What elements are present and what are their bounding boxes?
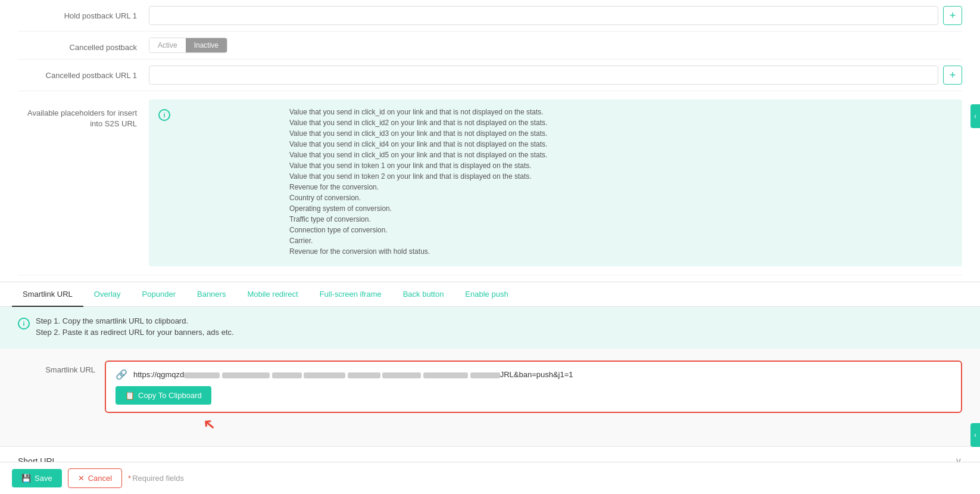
url-blur-4	[304, 372, 345, 378]
toggle-active-button[interactable]: Active	[149, 38, 186, 52]
placeholder-key	[176, 247, 277, 256]
cancelled-postback-control: Active Inactive	[149, 38, 962, 53]
cancel-icon: ✕	[78, 474, 85, 483]
placeholder-key	[176, 226, 277, 234]
cancelled-postback-toggle: Active Inactive	[149, 38, 227, 53]
url-start: https://qgmqzd	[133, 370, 184, 379]
url-blur-1	[184, 372, 220, 378]
placeholder-row: Value that you send in click_id2 on your…	[176, 119, 953, 127]
smartlink-label: Smartlink URL	[18, 361, 95, 374]
tab-mobile-redirect[interactable]: Mobile redirect	[236, 282, 308, 307]
placeholder-row: Carrier.	[176, 237, 953, 245]
placeholder-value: Operating system of conversion.	[289, 204, 392, 213]
placeholder-row: Revenue for the conversion with hold sta…	[176, 247, 953, 256]
placeholder-value: Value that you send in token 2 on your l…	[289, 172, 532, 181]
arrow-container: ➜	[18, 413, 962, 434]
smartlink-content: 🔗 https://qgmqzd JRL&ban=push&j1=1 📋 Cop…	[105, 361, 962, 413]
placeholder-key	[176, 172, 277, 181]
placeholder-value: Revenue for the conversion.	[289, 183, 379, 191]
hold-postback-add-button[interactable]: +	[943, 6, 962, 25]
placeholder-row: Revenue for the conversion.	[176, 183, 953, 191]
tabs-bar: Smartlink URLOverlayPopunderBannersMobil…	[0, 282, 980, 307]
install-guide-content: Step 1. Copy the smartlink URL to clipbo…	[36, 316, 234, 339]
placeholder-key	[176, 215, 277, 223]
copy-to-clipboard-button[interactable]: 📋 Copy To Clipboard	[116, 386, 211, 405]
url-blur-3	[272, 372, 302, 378]
form-section: Hold postback URL 1 + Cancelled postback…	[0, 0, 980, 275]
cancelled-postback-add-button[interactable]: +	[943, 66, 962, 85]
hold-postback-row: Hold postback URL 1 +	[18, 0, 962, 32]
placeholder-value: Value that you send in click_id5 on your…	[289, 151, 547, 159]
placeholder-value: Value that you send in click_id2 on your…	[289, 119, 547, 127]
placeholder-row: Value that you send in token 2 on your l…	[176, 172, 953, 181]
tab-back-button[interactable]: Back button	[392, 282, 455, 307]
placeholder-key	[176, 204, 277, 213]
save-icon: 💾	[21, 474, 31, 483]
placeholder-key	[176, 108, 277, 116]
side-collapse-top[interactable]: ‹	[970, 104, 980, 128]
url-blur-7	[423, 372, 468, 378]
smartlink-url-text: https://qgmqzd JRL&ban=push&j1=1	[133, 370, 573, 379]
url-blur-8	[470, 372, 500, 378]
placeholder-row: Operating system of conversion.	[176, 204, 953, 213]
tabs-section: Smartlink URLOverlayPopunderBannersMobil…	[0, 281, 980, 307]
placeholders-row: Available placeholders for insert into S…	[18, 91, 962, 275]
bottom-bar: 💾 Save ✕ Cancel *Required fields	[0, 462, 980, 494]
side-collapse-bottom[interactable]: ‹	[970, 423, 980, 447]
tab-banners[interactable]: Banners	[186, 282, 236, 307]
placeholder-key	[176, 140, 277, 148]
placeholder-value: Country of conversion.	[289, 194, 361, 202]
placeholders-control: i Value that you send in click_id on you…	[149, 100, 962, 266]
placeholder-key	[176, 161, 277, 170]
save-button[interactable]: 💾 Save	[12, 469, 62, 487]
placeholder-key	[176, 119, 277, 127]
install-info-icon: i	[18, 318, 30, 330]
placeholder-row: Value that you send in click_id4 on your…	[176, 140, 953, 148]
cancelled-postback-url-label: Cancelled postback URL 1	[18, 66, 149, 81]
placeholder-row: Traffic type of conversion.	[176, 215, 953, 223]
placeholders-label: Available placeholders for insert into S…	[18, 100, 149, 129]
smartlink-section: Smartlink URL 🔗 https://qgmqzd JRL&ban=p…	[0, 349, 980, 446]
link-icon: 🔗	[116, 369, 127, 380]
toggle-inactive-button[interactable]: Inactive	[186, 38, 227, 52]
placeholder-value: Value that you send in click_id3 on your…	[289, 129, 547, 138]
tab-smartlink-url[interactable]: Smartlink URL	[12, 282, 83, 307]
page-wrapper: Hold postback URL 1 + Cancelled postback…	[0, 0, 980, 494]
placeholder-value: Carrier.	[289, 237, 313, 245]
tab-full-screen-iframe[interactable]: Full-screen iframe	[309, 282, 392, 307]
cancelled-postback-url-input[interactable]	[149, 66, 938, 85]
install-step2: Step 2. Paste it as redirect URL for you…	[36, 328, 234, 337]
cancelled-postback-url-control: +	[149, 66, 962, 85]
placeholder-row: Value that you send in click_id3 on your…	[176, 129, 953, 138]
placeholder-key	[176, 151, 277, 159]
hold-postback-control: +	[149, 6, 962, 25]
copy-icon: 📋	[125, 391, 135, 400]
red-arrow: ➜	[198, 414, 220, 436]
cancel-button[interactable]: ✕ Cancel	[68, 468, 122, 488]
tab-enable-push[interactable]: Enable push	[454, 282, 519, 307]
placeholder-value: Value that you send in token 1 on your l…	[289, 161, 532, 170]
placeholder-key	[176, 194, 277, 202]
info-icon: i	[158, 109, 170, 121]
cancelled-postback-url-row: Cancelled postback URL 1 +	[18, 60, 962, 91]
placeholder-value: Traffic type of conversion.	[289, 215, 371, 223]
placeholders-box: i Value that you send in click_id on you…	[149, 100, 962, 266]
copy-label: Copy To Clipboard	[138, 391, 202, 400]
placeholder-value: Connection type of conversion.	[289, 226, 388, 234]
url-blur-5	[348, 372, 380, 378]
placeholder-row: Value that you send in click_id on your …	[176, 108, 953, 116]
placeholder-key	[176, 237, 277, 245]
placeholder-row: Value that you send in token 1 on your l…	[176, 161, 953, 170]
placeholder-key	[176, 129, 277, 138]
tab-popunder[interactable]: Popunder	[132, 282, 186, 307]
smartlink-url-line: 🔗 https://qgmqzd JRL&ban=push&j1=1	[116, 369, 951, 380]
save-label: Save	[35, 474, 52, 483]
placeholder-value: Value that you send in click_id4 on your…	[289, 140, 547, 148]
tab-overlay[interactable]: Overlay	[83, 282, 132, 307]
required-asterisk: *	[128, 474, 131, 483]
install-step1: Step 1. Copy the smartlink URL to clipbo…	[36, 316, 234, 325]
smartlink-row: Smartlink URL 🔗 https://qgmqzd JRL&ban=p…	[18, 361, 962, 413]
cancel-label: Cancel	[88, 474, 112, 483]
hold-postback-input[interactable]	[149, 6, 938, 25]
placeholders-table: Value that you send in click_id on your …	[176, 108, 953, 258]
